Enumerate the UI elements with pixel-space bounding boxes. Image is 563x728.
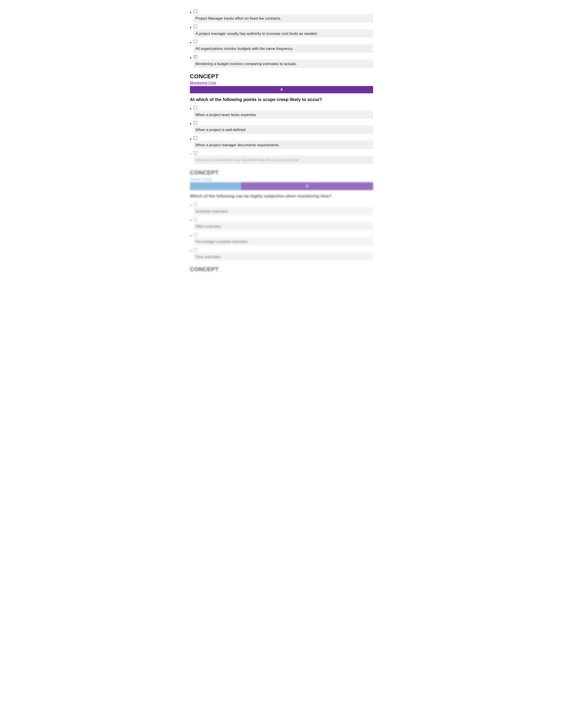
concept-link-1[interactable]: Monitoring Cost (190, 81, 373, 85)
bullet-icon: • (190, 56, 191, 60)
divider (194, 207, 373, 207)
concept-heading-3: CONCEPT (190, 266, 373, 273)
list-item: • When a project is well-defined (190, 120, 373, 135)
list-item: • A project manager usually has authorit… (190, 24, 373, 39)
divider (194, 222, 373, 222)
concept-heading-1: CONCEPT (190, 73, 373, 80)
list-item: • Project Manager tracks effort on fixed… (190, 9, 373, 24)
divider (194, 141, 373, 141)
item-text-1: Project Manager tracks effort on fixed f… (194, 15, 373, 23)
bullet-icon: • (190, 152, 191, 156)
checkbox-9 (194, 203, 197, 206)
purple-bar-1: 4 (190, 86, 373, 93)
checkbox-1[interactable] (194, 9, 197, 13)
item-text-2: A project manager usually has authority … (194, 30, 373, 38)
bullet-icon: • (190, 25, 191, 30)
divider (194, 156, 373, 156)
blurred-item-section: • When key stakeholders are identified a… (190, 150, 373, 165)
blurred-question-section: Which of the following can be highly sub… (190, 193, 373, 199)
checkbox-6[interactable] (194, 121, 197, 124)
blurred-item-4: Time estimates (194, 253, 373, 261)
concept-link-2: Scope Creep (190, 177, 212, 181)
item-text-blurred: When key stakeholders are identified aft… (194, 156, 373, 164)
divider (194, 237, 373, 238)
item-text-6: When a project is well-defined (194, 126, 373, 134)
list-item-blurred: • When key stakeholders are identified a… (190, 150, 373, 165)
bullet-icon: • (190, 249, 191, 253)
blurred-item-2: Effort estimates (194, 223, 373, 231)
blurred-quiz-section: • Schedule estimates • Effort estimates (190, 202, 373, 262)
checkbox-12 (194, 248, 197, 251)
concept-section-1: CONCEPT Monitoring Cost 4 (190, 73, 373, 93)
list-item-blurred: • Effort estimates (190, 217, 373, 232)
checkbox-3[interactable] (194, 40, 197, 43)
bullet-icon: • (190, 10, 191, 15)
checkbox-11 (194, 233, 197, 236)
checkbox-5[interactable] (194, 106, 197, 109)
divider (194, 14, 373, 14)
quiz-section-2: • When a project team lacks expertise • (190, 105, 373, 150)
checkbox-8[interactable] (194, 151, 197, 155)
blurred-question-heading: Which of the following can be highly sub… (190, 193, 373, 199)
list-item-blurred: • Schedule estimates (190, 202, 373, 217)
bullet-icon: • (190, 122, 191, 126)
question-section-1: At which of the following points is scop… (190, 96, 373, 103)
bullet-icon: • (190, 218, 191, 223)
list-item: • All organizations monitor budgets with… (190, 39, 373, 54)
item-text-5: When a project team lacks expertise (194, 111, 373, 119)
blurred-item-1: Schedule estimates (194, 208, 373, 216)
bullet-icon: • (190, 107, 191, 111)
bullet-icon: • (190, 203, 191, 208)
purple-bar-2: 5 (241, 182, 373, 190)
quiz-section-1: • Project Manager tracks effort on fixed… (190, 9, 373, 69)
concept-section-2: CONCEPT Scope Creep 5 (190, 169, 373, 190)
list-item-blurred: • Percentage complete estimates (190, 232, 373, 247)
item-text-4: Monitoring a budget involves comparing e… (194, 60, 373, 68)
bullet-icon: • (190, 40, 191, 45)
list-item: • Monitoring a budget involves comparing… (190, 54, 373, 69)
concept-heading-2: CONCEPT (190, 169, 373, 176)
list-item-blurred: • Time estimates (190, 247, 373, 262)
concept-section-3: CONCEPT (190, 266, 373, 273)
divider (194, 29, 373, 30)
divider (194, 44, 373, 45)
list-item: • When a project team lacks expertise (190, 105, 373, 120)
checkbox-10 (194, 218, 197, 221)
item-text-3: All organizations monitor budgets with t… (194, 45, 373, 53)
item-text-7: When a project manager documents require… (194, 141, 373, 149)
blurred-item-3: Percentage complete estimates (194, 238, 373, 246)
bullet-icon: • (190, 137, 191, 141)
checkbox-2[interactable] (194, 25, 197, 28)
checkbox-4[interactable] (194, 55, 197, 58)
checkbox-7[interactable] (194, 136, 197, 140)
bullet-icon: • (190, 233, 191, 238)
list-item: • When a project manager documents requi… (190, 135, 373, 150)
question-heading-1: At which of the following points is scop… (190, 96, 373, 103)
